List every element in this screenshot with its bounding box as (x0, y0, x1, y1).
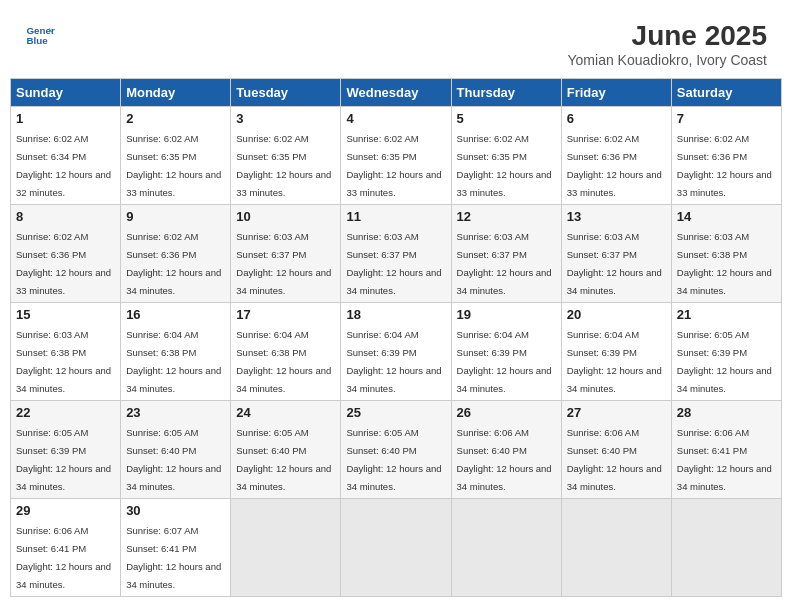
day-detail: Sunrise: 6:02 AMSunset: 6:35 PMDaylight:… (236, 133, 331, 198)
day-number: 2 (126, 111, 225, 126)
table-row (451, 499, 561, 597)
table-row: 29 Sunrise: 6:06 AMSunset: 6:41 PMDaylig… (11, 499, 121, 597)
calendar-table: Sunday Monday Tuesday Wednesday Thursday… (10, 78, 782, 597)
day-number: 21 (677, 307, 776, 322)
logo-icon: General Blue (25, 20, 55, 50)
day-detail: Sunrise: 6:05 AMSunset: 6:40 PMDaylight:… (346, 427, 441, 492)
col-thursday: Thursday (451, 79, 561, 107)
table-row: 18 Sunrise: 6:04 AMSunset: 6:39 PMDaylig… (341, 303, 451, 401)
day-detail: Sunrise: 6:03 AMSunset: 6:37 PMDaylight:… (457, 231, 552, 296)
day-detail: Sunrise: 6:05 AMSunset: 6:40 PMDaylight:… (236, 427, 331, 492)
col-tuesday: Tuesday (231, 79, 341, 107)
table-row: 4 Sunrise: 6:02 AMSunset: 6:35 PMDayligh… (341, 107, 451, 205)
col-wednesday: Wednesday (341, 79, 451, 107)
calendar-row: 29 Sunrise: 6:06 AMSunset: 6:41 PMDaylig… (11, 499, 782, 597)
table-row (341, 499, 451, 597)
day-detail: Sunrise: 6:02 AMSunset: 6:34 PMDaylight:… (16, 133, 111, 198)
day-detail: Sunrise: 6:03 AMSunset: 6:37 PMDaylight:… (346, 231, 441, 296)
day-detail: Sunrise: 6:02 AMSunset: 6:35 PMDaylight:… (126, 133, 221, 198)
day-number: 11 (346, 209, 445, 224)
table-row: 3 Sunrise: 6:02 AMSunset: 6:35 PMDayligh… (231, 107, 341, 205)
logo: General Blue (25, 20, 55, 50)
day-detail: Sunrise: 6:02 AMSunset: 6:36 PMDaylight:… (677, 133, 772, 198)
day-number: 15 (16, 307, 115, 322)
calendar-row: 8 Sunrise: 6:02 AMSunset: 6:36 PMDayligh… (11, 205, 782, 303)
table-row: 11 Sunrise: 6:03 AMSunset: 6:37 PMDaylig… (341, 205, 451, 303)
table-row: 7 Sunrise: 6:02 AMSunset: 6:36 PMDayligh… (671, 107, 781, 205)
day-detail: Sunrise: 6:03 AMSunset: 6:37 PMDaylight:… (236, 231, 331, 296)
day-detail: Sunrise: 6:03 AMSunset: 6:37 PMDaylight:… (567, 231, 662, 296)
table-row (561, 499, 671, 597)
day-number: 8 (16, 209, 115, 224)
day-detail: Sunrise: 6:04 AMSunset: 6:39 PMDaylight:… (457, 329, 552, 394)
table-row: 26 Sunrise: 6:06 AMSunset: 6:40 PMDaylig… (451, 401, 561, 499)
table-row: 20 Sunrise: 6:04 AMSunset: 6:39 PMDaylig… (561, 303, 671, 401)
page-subtitle: Yomian Kouadiokro, Ivory Coast (568, 52, 767, 68)
day-number: 27 (567, 405, 666, 420)
page-title: June 2025 (568, 20, 767, 52)
day-number: 1 (16, 111, 115, 126)
day-detail: Sunrise: 6:06 AMSunset: 6:41 PMDaylight:… (677, 427, 772, 492)
day-detail: Sunrise: 6:02 AMSunset: 6:36 PMDaylight:… (126, 231, 221, 296)
day-number: 19 (457, 307, 556, 322)
table-row: 24 Sunrise: 6:05 AMSunset: 6:40 PMDaylig… (231, 401, 341, 499)
col-monday: Monday (121, 79, 231, 107)
day-detail: Sunrise: 6:02 AMSunset: 6:35 PMDaylight:… (457, 133, 552, 198)
day-detail: Sunrise: 6:02 AMSunset: 6:36 PMDaylight:… (567, 133, 662, 198)
day-number: 20 (567, 307, 666, 322)
col-sunday: Sunday (11, 79, 121, 107)
day-number: 22 (16, 405, 115, 420)
day-detail: Sunrise: 6:05 AMSunset: 6:39 PMDaylight:… (16, 427, 111, 492)
table-row: 19 Sunrise: 6:04 AMSunset: 6:39 PMDaylig… (451, 303, 561, 401)
day-detail: Sunrise: 6:05 AMSunset: 6:40 PMDaylight:… (126, 427, 221, 492)
table-row (231, 499, 341, 597)
calendar-row: 15 Sunrise: 6:03 AMSunset: 6:38 PMDaylig… (11, 303, 782, 401)
table-row: 12 Sunrise: 6:03 AMSunset: 6:37 PMDaylig… (451, 205, 561, 303)
day-detail: Sunrise: 6:06 AMSunset: 6:41 PMDaylight:… (16, 525, 111, 590)
day-number: 17 (236, 307, 335, 322)
day-number: 28 (677, 405, 776, 420)
calendar-row: 1 Sunrise: 6:02 AMSunset: 6:34 PMDayligh… (11, 107, 782, 205)
day-detail: Sunrise: 6:04 AMSunset: 6:39 PMDaylight:… (346, 329, 441, 394)
day-number: 3 (236, 111, 335, 126)
table-row: 21 Sunrise: 6:05 AMSunset: 6:39 PMDaylig… (671, 303, 781, 401)
day-detail: Sunrise: 6:03 AMSunset: 6:38 PMDaylight:… (677, 231, 772, 296)
table-row: 23 Sunrise: 6:05 AMSunset: 6:40 PMDaylig… (121, 401, 231, 499)
day-number: 18 (346, 307, 445, 322)
table-row: 13 Sunrise: 6:03 AMSunset: 6:37 PMDaylig… (561, 205, 671, 303)
col-friday: Friday (561, 79, 671, 107)
table-row: 5 Sunrise: 6:02 AMSunset: 6:35 PMDayligh… (451, 107, 561, 205)
table-row: 22 Sunrise: 6:05 AMSunset: 6:39 PMDaylig… (11, 401, 121, 499)
day-number: 24 (236, 405, 335, 420)
day-number: 4 (346, 111, 445, 126)
day-number: 7 (677, 111, 776, 126)
table-row: 14 Sunrise: 6:03 AMSunset: 6:38 PMDaylig… (671, 205, 781, 303)
page-header: General Blue June 2025 Yomian Kouadiokro… (10, 10, 782, 73)
svg-text:Blue: Blue (27, 35, 49, 46)
day-detail: Sunrise: 6:07 AMSunset: 6:41 PMDaylight:… (126, 525, 221, 590)
table-row: 2 Sunrise: 6:02 AMSunset: 6:35 PMDayligh… (121, 107, 231, 205)
day-number: 12 (457, 209, 556, 224)
table-row: 1 Sunrise: 6:02 AMSunset: 6:34 PMDayligh… (11, 107, 121, 205)
day-detail: Sunrise: 6:04 AMSunset: 6:39 PMDaylight:… (567, 329, 662, 394)
table-row: 16 Sunrise: 6:04 AMSunset: 6:38 PMDaylig… (121, 303, 231, 401)
day-detail: Sunrise: 6:05 AMSunset: 6:39 PMDaylight:… (677, 329, 772, 394)
day-detail: Sunrise: 6:02 AMSunset: 6:36 PMDaylight:… (16, 231, 111, 296)
day-number: 5 (457, 111, 556, 126)
table-row: 9 Sunrise: 6:02 AMSunset: 6:36 PMDayligh… (121, 205, 231, 303)
table-row: 28 Sunrise: 6:06 AMSunset: 6:41 PMDaylig… (671, 401, 781, 499)
day-number: 25 (346, 405, 445, 420)
day-number: 9 (126, 209, 225, 224)
table-row: 30 Sunrise: 6:07 AMSunset: 6:41 PMDaylig… (121, 499, 231, 597)
day-number: 30 (126, 503, 225, 518)
day-detail: Sunrise: 6:06 AMSunset: 6:40 PMDaylight:… (457, 427, 552, 492)
day-detail: Sunrise: 6:04 AMSunset: 6:38 PMDaylight:… (126, 329, 221, 394)
table-row: 25 Sunrise: 6:05 AMSunset: 6:40 PMDaylig… (341, 401, 451, 499)
day-number: 23 (126, 405, 225, 420)
day-detail: Sunrise: 6:02 AMSunset: 6:35 PMDaylight:… (346, 133, 441, 198)
table-row (671, 499, 781, 597)
table-row: 10 Sunrise: 6:03 AMSunset: 6:37 PMDaylig… (231, 205, 341, 303)
calendar-row: 22 Sunrise: 6:05 AMSunset: 6:39 PMDaylig… (11, 401, 782, 499)
table-row: 17 Sunrise: 6:04 AMSunset: 6:38 PMDaylig… (231, 303, 341, 401)
day-number: 6 (567, 111, 666, 126)
